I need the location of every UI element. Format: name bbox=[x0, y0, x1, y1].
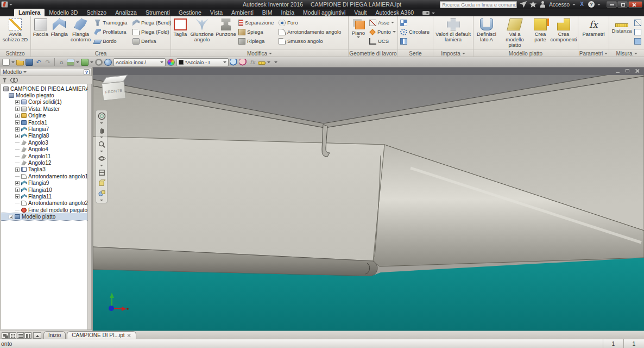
toolbar-overflow-icon[interactable] bbox=[274, 61, 277, 63]
tree-item-faccia1[interactable]: Faccia1 bbox=[1, 119, 91, 126]
tree-item-vista-master[interactable]: Vista: Master bbox=[1, 105, 91, 112]
panel-label-parametri[interactable]: Parametri bbox=[578, 49, 609, 57]
tab-moduli-aggiuntivi[interactable]: Moduli aggiuntivi bbox=[299, 9, 350, 16]
asse-button[interactable]: Asse bbox=[369, 18, 395, 27]
flangia-contorno-button[interactable]: Flangia contorno bbox=[69, 17, 92, 49]
expand-icon[interactable] bbox=[15, 194, 20, 198]
minimize-button[interactable] bbox=[607, 1, 617, 8]
model-canvas[interactable] bbox=[93, 67, 644, 331]
tab-ambienti[interactable]: Ambienti bbox=[227, 9, 258, 16]
tree-item-arrotondamento1[interactable]: Arrotondamento angolo1 bbox=[1, 173, 91, 179]
piega-fold-button[interactable]: Piega (Fold) bbox=[132, 28, 168, 36]
chevron-down-icon[interactable] bbox=[597, 4, 601, 5]
globe-icon[interactable] bbox=[104, 59, 112, 66]
spiega-button[interactable]: Spiega bbox=[238, 28, 275, 36]
zoom-color-icon[interactable] bbox=[239, 59, 247, 66]
tree-item-flangia11[interactable]: Flangia11 bbox=[1, 193, 91, 200]
close-tab-icon[interactable] bbox=[127, 333, 131, 338]
browser-header[interactable]: Modello ? bbox=[1, 68, 92, 76]
vai-a-modello-piatto-button[interactable]: Vai a modello piatto bbox=[499, 17, 531, 49]
tab-vista[interactable]: Vista bbox=[206, 9, 227, 16]
fx-disabled-icon[interactable]: fx bbox=[249, 59, 256, 66]
tile-vertical-icon[interactable] bbox=[24, 332, 31, 339]
browser-help-icon[interactable]: ? bbox=[84, 69, 90, 75]
sign-in-label[interactable]: Accesso bbox=[549, 2, 570, 8]
pan-hand-icon[interactable] bbox=[98, 126, 106, 134]
expand-icon[interactable] bbox=[15, 181, 20, 185]
expand-icon[interactable] bbox=[15, 134, 20, 138]
serie-rettangolare-button[interactable] bbox=[400, 18, 431, 27]
return-icon[interactable] bbox=[81, 59, 89, 66]
foro-button[interactable]: Foro bbox=[279, 18, 346, 27]
punto-button[interactable]: Punto bbox=[369, 28, 395, 36]
panel-label-imposta[interactable]: Imposta bbox=[433, 49, 473, 57]
tramoggia-button[interactable]: Tramoggia bbox=[94, 18, 129, 27]
tree-item-angolo11[interactable]: Angolo11 bbox=[1, 153, 91, 159]
restore-button[interactable] bbox=[617, 1, 628, 8]
tile-windows-icon[interactable] bbox=[9, 332, 16, 339]
chevron-down-icon[interactable] bbox=[572, 4, 576, 5]
tree-item-flangia10[interactable]: Flangia10 bbox=[1, 187, 91, 193]
tree-item-modello-piatto[interactable]: Modello piatto bbox=[1, 213, 91, 220]
zoom-magnifier-icon[interactable] bbox=[98, 140, 106, 148]
distanza-button[interactable]: Distanza bbox=[610, 17, 634, 49]
piega-bend-button[interactable]: Piega (Bend) bbox=[132, 18, 168, 27]
tree-item-angolo12[interactable]: Angolo12 bbox=[1, 159, 91, 166]
home-view-icon[interactable]: ⌂ bbox=[58, 59, 65, 66]
expand-icon[interactable] bbox=[15, 114, 20, 118]
browser-scrollbar[interactable] bbox=[87, 84, 91, 330]
tree-item-flangia7[interactable]: Flangia7 bbox=[1, 126, 91, 132]
piano-button[interactable]: Piano bbox=[349, 17, 368, 49]
tab-document[interactable]: CAMPIONE DI PI...ipt bbox=[67, 331, 136, 339]
tree-item-angolo3[interactable]: Angolo3 bbox=[1, 139, 91, 146]
avvia-schizzo-2d-button[interactable]: Avvia schizzo 2D bbox=[1, 17, 30, 49]
expand-icon[interactable] bbox=[15, 188, 20, 192]
tree-item-fine-modello[interactable]: Fine del modello piegato bbox=[1, 207, 91, 213]
tab-gestione[interactable]: Gestione bbox=[174, 9, 206, 16]
chevron-down-icon[interactable] bbox=[100, 165, 103, 166]
chevron-down-icon[interactable] bbox=[100, 122, 103, 124]
view-cube[interactable]: FRONTE bbox=[100, 74, 131, 102]
tree-item-root[interactable]: CAMPIONE DI PIEGA LAMIERA.ipt bbox=[1, 85, 91, 92]
tab-autodesk-a360[interactable]: Autodesk A360 bbox=[371, 9, 418, 16]
expand-icon[interactable] bbox=[15, 127, 20, 132]
redo-icon[interactable]: ↷ bbox=[44, 59, 52, 66]
new-file-icon[interactable] bbox=[2, 59, 10, 66]
profilatura-button[interactable]: Profilatura bbox=[94, 28, 129, 36]
chevron-down-icon[interactable] bbox=[76, 61, 79, 63]
navigation-wheel-icon[interactable] bbox=[98, 112, 106, 120]
tree-item-angolo4[interactable]: Angolo4 bbox=[1, 146, 91, 153]
misura-angolo-button[interactable] bbox=[634, 18, 643, 27]
filter-icon[interactable] bbox=[2, 78, 7, 83]
tree-item-origine[interactable]: Origine bbox=[1, 113, 91, 119]
close-button[interactable] bbox=[628, 1, 642, 8]
taglia-button[interactable]: Taglia bbox=[172, 17, 189, 49]
search-binoculars-icon[interactable] bbox=[10, 78, 17, 82]
misura-perimetro-button[interactable] bbox=[634, 28, 643, 36]
panel-label-misura[interactable]: Misura bbox=[609, 49, 644, 57]
view-cube-front-face[interactable]: FRONTE bbox=[102, 81, 126, 101]
separazione-button[interactable]: Separazione bbox=[238, 18, 275, 27]
tree-item-flangia9[interactable]: Flangia9 bbox=[1, 179, 91, 186]
tree-item-modello-piegato[interactable]: Modello piegato bbox=[1, 92, 91, 98]
crea-componenti-button[interactable]: Crea componenti bbox=[550, 17, 577, 49]
tab-analizza[interactable]: Analizza bbox=[111, 9, 141, 16]
panel-label-modifica[interactable]: Modifica bbox=[171, 49, 348, 57]
crea-parte-button[interactable]: Crea parte bbox=[531, 17, 550, 49]
ucs-button[interactable]: UCS bbox=[369, 37, 395, 45]
tree-item-arrotondamento2[interactable]: Arrotondamento angolo2 bbox=[1, 200, 91, 207]
tab-bim[interactable]: BIM bbox=[258, 9, 277, 16]
tab-strumenti[interactable]: Strumenti bbox=[141, 9, 174, 16]
tab-lamiera[interactable]: Lamiera bbox=[14, 9, 45, 16]
expand-tabs-icon[interactable] bbox=[33, 332, 41, 339]
appearance-dropdown[interactable]: *Acciaio - I bbox=[176, 58, 229, 66]
zoom-highlight-icon[interactable] bbox=[230, 59, 238, 66]
viewport-3d[interactable]: FRONTE bbox=[93, 67, 644, 331]
screencast-icon[interactable] bbox=[422, 11, 430, 15]
doc-close-button[interactable] bbox=[634, 69, 641, 73]
doc-minimize-button[interactable] bbox=[615, 69, 621, 73]
send-icon[interactable] bbox=[520, 1, 527, 8]
render-image-icon[interactable] bbox=[67, 59, 74, 66]
chevron-down-icon[interactable] bbox=[432, 13, 435, 14]
smusso-angolo-button[interactable]: Smusso angolo bbox=[279, 37, 346, 45]
